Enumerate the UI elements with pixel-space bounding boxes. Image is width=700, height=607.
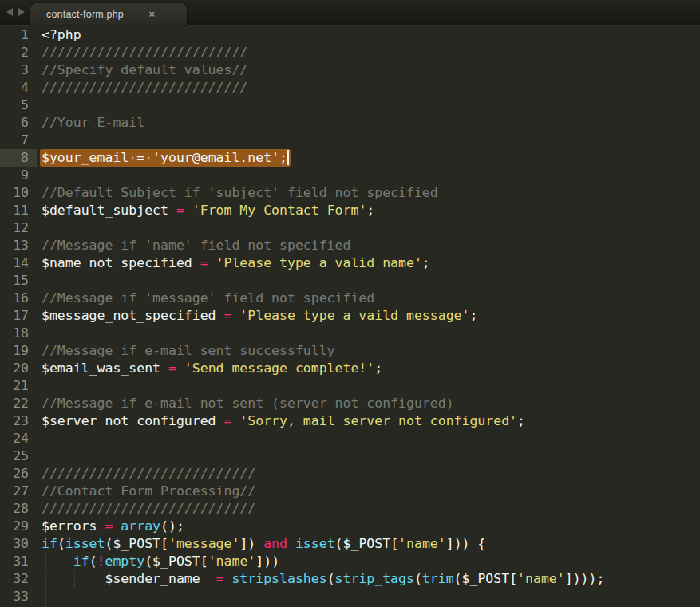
code-line-26[interactable]: 26/////////////////////////// <box>0 465 700 483</box>
code-text: /////////////////////////// <box>37 500 255 518</box>
code-line-4[interactable]: 4////////////////////////// <box>0 79 700 97</box>
code-line-22[interactable]: 22//Message if e-mail not sent (server n… <box>0 395 700 412</box>
code-token: 'Please type a valid name' <box>216 255 422 270</box>
code-text: <?php <box>37 26 81 44</box>
code-line-18[interactable]: 18 <box>0 325 700 342</box>
line-number: 26 <box>0 465 37 483</box>
code-token: ( <box>57 536 65 551</box>
code-text <box>37 219 42 237</box>
code-token: ! <box>97 554 105 569</box>
code-line-19[interactable]: 19//Message if e-mail sent successfully <box>0 342 700 360</box>
code-token: and <box>263 536 287 551</box>
code-token: = <box>168 361 176 376</box>
code-token: = <box>136 150 144 165</box>
code-line-24[interactable]: 24 <box>0 430 700 447</box>
code-token: 'name' <box>517 571 565 586</box>
code-area[interactable]: 1<?php2//////////////////////////3//Spec… <box>0 26 700 605</box>
code-line-17[interactable]: 17$message_not_specified = 'Please type … <box>0 307 700 325</box>
code-line-5[interactable]: 5 <box>0 97 700 114</box>
line-number: 12 <box>0 219 37 237</box>
code-token: stripslashes <box>231 571 326 586</box>
code-line-1[interactable]: 1<?php <box>0 26 700 44</box>
code-text <box>37 430 42 447</box>
tab-close-icon[interactable]: × <box>148 9 155 19</box>
code-line-31[interactable]: 31 if(!empty($_POST['name'])) <box>0 553 700 570</box>
code-text: if(isset($_POST['message']) and isset($_… <box>37 535 485 553</box>
line-number: 3 <box>0 61 37 79</box>
nav-back-icon[interactable] <box>6 8 13 16</box>
code-token: $errors <box>42 518 105 534</box>
code-token: ; <box>469 308 477 323</box>
code-token: if <box>42 536 57 551</box>
line-number: 22 <box>0 395 37 412</box>
code-token: //Message if e-mail sent successfully <box>42 343 335 358</box>
code-token <box>113 518 121 534</box>
code-text: $default_subject = 'From My Contact Form… <box>37 202 374 219</box>
code-line-12[interactable]: 12 <box>0 219 700 237</box>
line-number: 27 <box>0 483 37 500</box>
code-token <box>287 536 295 551</box>
code-line-14[interactable]: 14$name_not_specified = 'Please type a v… <box>0 254 700 272</box>
code-token: ]) <box>239 536 263 551</box>
code-token: /////////////////////////// <box>42 501 255 516</box>
code-text: if(!empty($_POST['name'])) <box>37 553 279 570</box>
code-token: 'name' <box>208 554 256 569</box>
code-line-33[interactable]: 33 <box>0 588 700 605</box>
indent-guide <box>74 570 75 588</box>
tab-contact-form-php[interactable]: contact-form.php × <box>30 3 187 25</box>
code-editor[interactable]: 1<?php2//////////////////////////3//Spec… <box>0 26 700 607</box>
code-token: ($_POST[ <box>454 571 517 586</box>
code-token: strip_tags <box>335 571 414 586</box>
code-line-29[interactable]: 29$errors = array(); <box>0 518 700 535</box>
code-line-3[interactable]: 3//Specify default values// <box>0 61 700 79</box>
code-text <box>37 325 42 342</box>
code-line-16[interactable]: 16//Message if 'message' field not speci… <box>0 290 700 307</box>
code-line-20[interactable]: 20$email_was_sent = 'Send message comple… <box>0 360 700 377</box>
line-number: 21 <box>0 377 37 395</box>
line-number: 33 <box>0 588 37 605</box>
code-token: $name_not_specified <box>42 255 200 270</box>
code-text: $server_not_configured = 'Sorry, mail se… <box>37 412 525 430</box>
code-line-15[interactable]: 15 <box>0 272 700 290</box>
code-line-23[interactable]: 23$server_not_configured = 'Sorry, mail … <box>0 412 700 430</box>
text-cursor <box>287 150 289 165</box>
line-number: 11 <box>0 202 37 219</box>
nav-forward-icon[interactable] <box>18 8 25 16</box>
code-line-32[interactable]: 32 $sender_name = stripslashes(strip_tag… <box>0 570 700 588</box>
code-text: //Message if e-mail not sent (server not… <box>37 395 454 412</box>
code-line-10[interactable]: 10//Default Subject if 'subject' field n… <box>0 184 700 202</box>
code-token: //Contact Form Processing// <box>42 483 255 499</box>
code-line-7[interactable]: 7 <box>0 132 700 149</box>
code-token: isset <box>65 536 105 551</box>
code-line-25[interactable]: 25 <box>0 447 700 465</box>
code-line-6[interactable]: 6//Your E-mail <box>0 114 700 132</box>
code-token: /////////////////////////// <box>42 466 255 481</box>
code-token: isset <box>295 536 335 551</box>
line-number: 28 <box>0 500 37 518</box>
code-line-8[interactable]: 8$your_email·=·'your@email.net'; <box>0 149 700 167</box>
code-line-9[interactable]: 9 <box>0 167 700 184</box>
code-text: ////////////////////////// <box>37 44 247 61</box>
code-text <box>37 167 42 184</box>
code-token: ; <box>374 361 382 376</box>
code-token: 'message' <box>168 536 239 551</box>
line-number: 7 <box>0 132 37 149</box>
nav-arrows <box>6 8 25 16</box>
code-line-21[interactable]: 21 <box>0 377 700 395</box>
code-text: $email_was_sent = 'Send message complete… <box>37 360 382 377</box>
code-line-11[interactable]: 11$default_subject = 'From My Contact Fo… <box>0 202 700 219</box>
code-line-28[interactable]: 28/////////////////////////// <box>0 500 700 518</box>
code-line-30[interactable]: 30if(isset($_POST['message']) and isset(… <box>0 535 700 553</box>
code-line-13[interactable]: 13//Message if 'name' field not specifie… <box>0 237 700 254</box>
code-token: if <box>73 554 89 569</box>
line-number: 29 <box>0 518 37 535</box>
code-line-2[interactable]: 2////////////////////////// <box>0 44 700 61</box>
code-line-27[interactable]: 27//Contact Form Processing// <box>0 483 700 500</box>
code-token: 'Sorry, mail server not configured' <box>239 413 517 428</box>
line-number: 14 <box>0 254 37 272</box>
indent-guide <box>45 553 46 607</box>
code-text: $sender_name = stripslashes(strip_tags(t… <box>37 570 604 588</box>
code-token: ])) <box>255 554 279 569</box>
code-text: $your_email·=·'your@email.net'; <box>37 149 291 167</box>
code-token: · <box>129 150 136 165</box>
